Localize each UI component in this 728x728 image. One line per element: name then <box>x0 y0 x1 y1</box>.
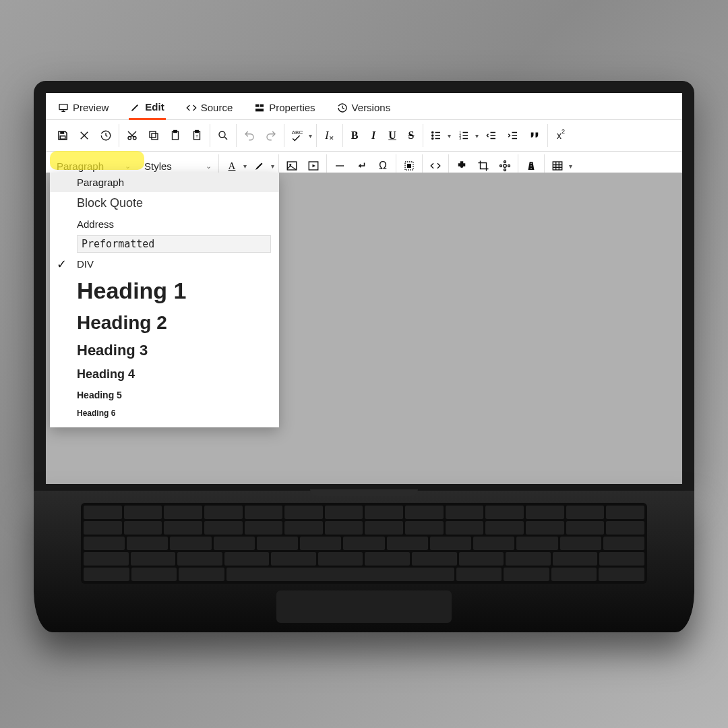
cut-button[interactable] <box>123 127 141 144</box>
tab-properties[interactable]: Properties <box>253 98 316 119</box>
screen-bezel: Preview Edit Source Properties Versions <box>34 81 694 491</box>
menu-item-paragraph[interactable]: Paragraph <box>50 173 279 192</box>
svg-text:T: T <box>195 134 198 138</box>
tab-label: Edit <box>145 101 164 113</box>
paste-button[interactable] <box>166 127 184 144</box>
laptop-trackpad <box>276 590 452 623</box>
svg-rect-13 <box>195 131 199 133</box>
chevron-down-icon[interactable]: ▾ <box>448 132 451 140</box>
svg-rect-2 <box>260 104 264 107</box>
bold-button[interactable]: B <box>347 127 362 144</box>
menu-item-preformatted[interactable]: Preformatted <box>77 235 271 253</box>
monitor-icon <box>58 102 69 113</box>
undo-button[interactable] <box>241 127 258 144</box>
menu-item-div[interactable]: ✓ DIV <box>50 254 279 274</box>
menu-item-address[interactable]: Address <box>50 214 279 234</box>
menu-item-h1[interactable]: Heading 1 <box>50 274 279 308</box>
chevron-down-icon: ⌄ <box>206 162 212 171</box>
chevron-down-icon[interactable]: ▾ <box>569 162 572 170</box>
spellcheck-button[interactable]: ABC <box>289 127 306 144</box>
tab-label: Properties <box>269 102 315 113</box>
svg-point-16 <box>432 131 433 133</box>
svg-point-31 <box>508 165 510 167</box>
mode-tabs: Preview Edit Source Properties Versions <box>46 93 682 120</box>
chevron-down-icon[interactable]: ▾ <box>271 162 274 170</box>
svg-rect-11 <box>174 131 177 133</box>
indent-button[interactable] <box>504 127 522 144</box>
app-screen: Preview Edit Source Properties Versions <box>46 93 682 484</box>
redo-button[interactable] <box>262 127 280 144</box>
chevron-down-icon[interactable]: ▾ <box>243 162 247 170</box>
laptop-keyboard <box>81 503 647 584</box>
svg-point-17 <box>432 135 433 136</box>
code-icon <box>186 102 197 113</box>
svg-rect-9 <box>150 131 156 138</box>
laptop-mockup: Preview Edit Source Properties Versions <box>34 81 694 632</box>
styles-value: Styles <box>144 160 172 172</box>
tab-preview[interactable]: Preview <box>57 98 110 119</box>
svg-rect-1 <box>255 104 259 107</box>
pencil-icon <box>130 102 141 113</box>
svg-point-27 <box>504 164 507 168</box>
menu-item-h2[interactable]: Heading 2 <box>50 308 279 338</box>
tab-source[interactable]: Source <box>185 98 235 119</box>
svg-point-29 <box>504 169 506 171</box>
svg-point-28 <box>504 161 506 163</box>
tab-label: Source <box>201 102 233 113</box>
menu-item-blockquote[interactable]: Block Quote <box>50 192 279 214</box>
properties-icon <box>254 102 265 113</box>
svg-rect-5 <box>60 136 65 140</box>
superscript-button[interactable]: x2 <box>552 127 570 144</box>
remove-format-button[interactable]: I✕ <box>321 127 338 144</box>
tab-label: Versions <box>352 102 391 113</box>
strike-button[interactable]: S <box>404 127 419 144</box>
blockquote-button[interactable] <box>526 127 543 144</box>
tab-versions[interactable]: Versions <box>336 98 392 119</box>
svg-point-15 <box>219 131 225 138</box>
copy-button[interactable] <box>145 127 162 144</box>
cancel-button[interactable] <box>75 127 93 144</box>
tab-label: Preview <box>73 102 109 113</box>
format-value: Paragraph <box>57 160 104 172</box>
bullet-list-button[interactable] <box>427 127 445 144</box>
underline-button[interactable]: U <box>385 127 400 144</box>
svg-rect-0 <box>59 104 67 109</box>
chevron-down-icon: ⌄ <box>125 162 131 171</box>
toolbar-row-1: T ABC ▾ I✕ <box>46 120 682 152</box>
svg-rect-32 <box>553 162 562 170</box>
history-icon <box>337 102 348 113</box>
laptop-base <box>34 491 694 632</box>
menu-item-h3[interactable]: Heading 3 <box>50 338 279 363</box>
italic-button[interactable]: I <box>366 127 381 144</box>
menu-item-h5[interactable]: Heading 5 <box>50 386 279 404</box>
chevron-down-icon[interactable]: ▾ <box>309 132 312 140</box>
paste-text-button[interactable]: T <box>188 127 206 144</box>
outdent-button[interactable] <box>483 127 500 144</box>
svg-point-30 <box>500 165 502 167</box>
svg-point-18 <box>432 138 433 139</box>
menu-item-h4[interactable]: Heading 4 <box>50 363 279 386</box>
svg-text:3: 3 <box>459 136 461 140</box>
svg-rect-8 <box>152 133 158 140</box>
menu-item-h6[interactable]: Heading 6 <box>50 404 279 422</box>
find-button[interactable] <box>214 127 232 144</box>
svg-rect-4 <box>60 131 64 134</box>
svg-rect-3 <box>255 109 264 111</box>
chevron-down-icon[interactable]: ▾ <box>475 132 479 140</box>
numbered-list-button[interactable]: 123 <box>455 127 473 144</box>
save-button[interactable] <box>54 127 71 144</box>
svg-rect-26 <box>407 164 411 168</box>
tab-edit[interactable]: Edit <box>129 97 165 120</box>
format-dropdown-menu: Paragraph Block Quote Address Preformatt… <box>50 173 279 427</box>
check-icon: ✓ <box>57 257 67 272</box>
restore-button[interactable] <box>97 127 115 144</box>
